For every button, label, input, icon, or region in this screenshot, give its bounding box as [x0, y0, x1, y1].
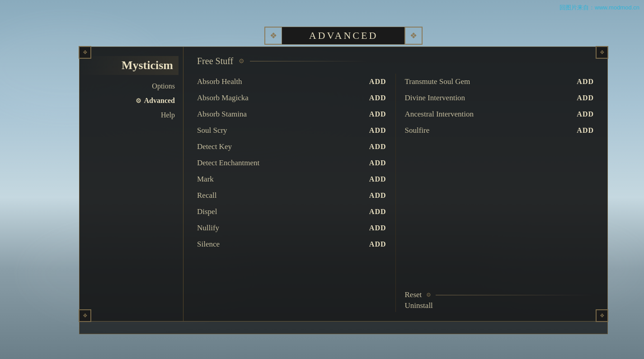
- sidebar-item-help[interactable]: Help: [157, 110, 179, 121]
- add-absorb-health-button[interactable]: ADD: [369, 78, 386, 86]
- panel-corner-bl: ❖: [79, 309, 91, 322]
- uninstall-row: Uninstall: [405, 299, 594, 312]
- reset-line: [436, 295, 594, 295]
- add-soulfire-button[interactable]: ADD: [577, 126, 594, 135]
- item-row: Mark ADD: [197, 171, 386, 187]
- item-row: Recall ADD: [197, 187, 386, 204]
- add-absorb-stamina-button[interactable]: ADD: [369, 110, 386, 118]
- item-row: Divine Intervention ADD: [405, 90, 594, 106]
- item-row: Absorb Stamina ADD: [197, 106, 386, 122]
- reset-label: Reset: [405, 290, 422, 299]
- reset-line-icon: ⚙︎: [426, 292, 431, 298]
- item-row: Dispel ADD: [197, 204, 386, 220]
- sidebar-title: Mysticism: [80, 56, 179, 75]
- section-title: Free Stuff: [197, 56, 233, 66]
- item-row: Detect Key ADD: [197, 139, 386, 155]
- item-row: Detect Enchantment ADD: [197, 155, 386, 171]
- item-row: Soulfire ADD: [405, 122, 594, 139]
- sidebar: Mysticism Options ⚙ Advanced Help: [80, 47, 183, 321]
- content-area: Free Stuff ⚙︎ Absorb Health ADD Absorb M…: [183, 47, 607, 321]
- uninstall-label[interactable]: Uninstall: [405, 301, 433, 310]
- add-ancestral-intervention-button[interactable]: ADD: [577, 110, 594, 118]
- add-dispel-button[interactable]: ADD: [369, 208, 386, 216]
- item-row: Absorb Magicka ADD: [197, 90, 386, 106]
- header-ornament-left: ❖: [264, 27, 282, 45]
- watermark-text: 回图片来自：www.modmod.cn: [559, 4, 639, 12]
- item-row: Silence ADD: [197, 236, 386, 252]
- add-absorb-magicka-button[interactable]: ADD: [369, 94, 386, 102]
- add-recall-button[interactable]: ADD: [369, 191, 386, 200]
- add-detect-enchantment-button[interactable]: ADD: [369, 159, 386, 167]
- item-row: Nullify ADD: [197, 220, 386, 236]
- panel-corner-tr: ❖: [596, 46, 608, 59]
- right-column: Transmute Soul Gem ADD Divine Interventi…: [405, 74, 594, 312]
- panel-corner-br: ❖: [596, 309, 608, 322]
- sidebar-item-options[interactable]: Options: [148, 81, 179, 92]
- sidebar-item-options-label: Options: [152, 82, 175, 90]
- add-detect-key-button[interactable]: ADD: [369, 143, 386, 151]
- add-nullify-button[interactable]: ADD: [369, 224, 386, 232]
- main-panel: ❖ ❖ ❖ ❖ Mysticism Options ⚙ Advanced Hel…: [79, 47, 608, 322]
- add-transmute-soul-gem-button[interactable]: ADD: [577, 78, 594, 86]
- panel-corner-tl: ❖: [79, 46, 91, 59]
- sidebar-item-advanced-label: Advanced: [144, 97, 175, 105]
- right-spacer: [405, 139, 594, 286]
- item-row: Transmute Soul Gem ADD: [405, 74, 594, 90]
- items-columns: Absorb Health ADD Absorb Magicka ADD Abs…: [197, 74, 594, 312]
- column-divider: [395, 74, 396, 312]
- add-silence-button[interactable]: ADD: [369, 240, 386, 248]
- item-row: Soul Scry ADD: [197, 122, 386, 139]
- sidebar-item-advanced[interactable]: ⚙ Advanced: [132, 95, 179, 106]
- section-divider-icon: ⚙︎: [239, 57, 244, 65]
- header-ornament-right: ❖: [404, 27, 423, 45]
- header-title: ADVANCED: [282, 27, 406, 45]
- bottom-bar: [79, 322, 608, 334]
- add-soul-scry-button[interactable]: ADD: [369, 126, 386, 135]
- add-divine-intervention-button[interactable]: ADD: [577, 94, 594, 102]
- left-column: Absorb Health ADD Absorb Magicka ADD Abs…: [197, 74, 386, 312]
- item-row: Ancestral Intervention ADD: [405, 106, 594, 122]
- section-line: [250, 61, 367, 61]
- sidebar-item-help-label: Help: [161, 111, 175, 119]
- add-mark-button[interactable]: ADD: [369, 175, 386, 183]
- gear-icon: ⚙: [136, 97, 141, 105]
- header-bar: ❖ ADVANCED ❖: [79, 25, 608, 47]
- section-header: Free Stuff ⚙︎: [197, 56, 594, 66]
- item-row: Absorb Health ADD: [197, 74, 386, 90]
- reset-row: Reset ⚙︎: [405, 290, 594, 299]
